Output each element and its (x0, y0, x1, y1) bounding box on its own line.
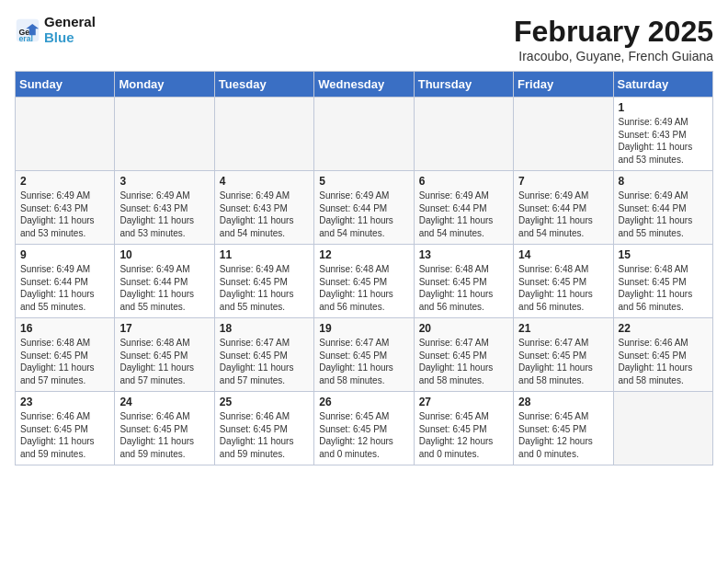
day-info: Sunrise: 6:48 AM Sunset: 6:45 PM Dayligh… (419, 263, 508, 313)
calendar-cell (16, 98, 115, 171)
day-info: Sunrise: 6:47 AM Sunset: 6:45 PM Dayligh… (518, 337, 608, 386)
day-number: 28 (518, 396, 608, 408)
col-header-tuesday: Tuesday (214, 72, 313, 98)
day-info: Sunrise: 6:49 AM Sunset: 6:43 PM Dayligh… (20, 190, 109, 239)
calendar-cell: 27Sunrise: 6:45 AM Sunset: 6:45 PM Dayli… (414, 392, 513, 465)
day-info: Sunrise: 6:49 AM Sunset: 6:43 PM Dayligh… (119, 190, 209, 239)
day-number: 11 (220, 248, 309, 261)
day-info: Sunrise: 6:48 AM Sunset: 6:45 PM Dayligh… (518, 263, 608, 313)
day-info: Sunrise: 6:46 AM Sunset: 6:45 PM Dayligh… (20, 410, 109, 460)
day-number: 19 (319, 322, 408, 335)
logo: Gen eral General Blue (15, 15, 96, 45)
calendar-week-row: 16Sunrise: 6:48 AM Sunset: 6:45 PM Dayli… (16, 318, 713, 392)
day-info: Sunrise: 6:49 AM Sunset: 6:44 PM Dayligh… (319, 190, 408, 239)
day-number: 2 (20, 175, 109, 188)
calendar-cell: 5Sunrise: 6:49 AM Sunset: 6:44 PM Daylig… (314, 171, 414, 245)
calendar-cell (514, 98, 613, 171)
calendar-table: SundayMondayTuesdayWednesdayThursdayFrid… (15, 71, 713, 465)
calendar-week-row: 9Sunrise: 6:49 AM Sunset: 6:44 PM Daylig… (16, 245, 713, 318)
calendar-cell: 14Sunrise: 6:48 AM Sunset: 6:45 PM Dayli… (514, 245, 613, 318)
day-number: 25 (220, 396, 309, 408)
day-number: 16 (20, 322, 109, 335)
month-title: February 2025 (514, 15, 713, 49)
day-info: Sunrise: 6:49 AM Sunset: 6:44 PM Dayligh… (619, 190, 708, 239)
calendar-cell: 12Sunrise: 6:48 AM Sunset: 6:45 PM Dayli… (314, 245, 414, 318)
col-header-wednesday: Wednesday (314, 72, 414, 98)
calendar-cell: 9Sunrise: 6:49 AM Sunset: 6:44 PM Daylig… (16, 245, 115, 318)
day-number: 24 (119, 396, 209, 408)
day-info: Sunrise: 6:47 AM Sunset: 6:45 PM Dayligh… (419, 337, 508, 386)
page-header: Gen eral General Blue February 2025 Irac… (15, 15, 713, 63)
day-number: 21 (518, 322, 608, 335)
day-number: 17 (119, 322, 209, 335)
day-info: Sunrise: 6:46 AM Sunset: 6:45 PM Dayligh… (619, 337, 708, 386)
day-info: Sunrise: 6:48 AM Sunset: 6:45 PM Dayligh… (20, 337, 109, 386)
calendar-cell (613, 392, 712, 465)
day-info: Sunrise: 6:46 AM Sunset: 6:45 PM Dayligh… (119, 410, 209, 460)
calendar-cell: 6Sunrise: 6:49 AM Sunset: 6:44 PM Daylig… (414, 171, 513, 245)
day-info: Sunrise: 6:49 AM Sunset: 6:44 PM Dayligh… (518, 190, 608, 239)
day-info: Sunrise: 6:45 AM Sunset: 6:45 PM Dayligh… (518, 410, 608, 460)
day-number: 22 (619, 322, 708, 335)
calendar-cell: 3Sunrise: 6:49 AM Sunset: 6:43 PM Daylig… (115, 171, 214, 245)
day-info: Sunrise: 6:49 AM Sunset: 6:44 PM Dayligh… (20, 263, 109, 313)
day-number: 3 (119, 175, 209, 188)
title-block: February 2025 Iracoubo, Guyane, French G… (514, 15, 713, 63)
calendar-cell: 28Sunrise: 6:45 AM Sunset: 6:45 PM Dayli… (514, 392, 613, 465)
day-info: Sunrise: 6:49 AM Sunset: 6:45 PM Dayligh… (220, 263, 309, 313)
day-number: 5 (319, 175, 408, 188)
calendar-cell: 19Sunrise: 6:47 AM Sunset: 6:45 PM Dayli… (314, 318, 414, 392)
calendar-cell: 4Sunrise: 6:49 AM Sunset: 6:43 PM Daylig… (214, 171, 313, 245)
day-number: 13 (419, 248, 508, 261)
calendar-cell: 26Sunrise: 6:45 AM Sunset: 6:45 PM Dayli… (314, 392, 414, 465)
day-info: Sunrise: 6:49 AM Sunset: 6:44 PM Dayligh… (419, 190, 508, 239)
day-number: 10 (119, 248, 209, 261)
col-header-monday: Monday (115, 72, 214, 98)
day-info: Sunrise: 6:49 AM Sunset: 6:44 PM Dayligh… (119, 263, 209, 313)
day-info: Sunrise: 6:47 AM Sunset: 6:45 PM Dayligh… (319, 337, 408, 386)
col-header-saturday: Saturday (613, 72, 712, 98)
day-info: Sunrise: 6:48 AM Sunset: 6:45 PM Dayligh… (119, 337, 209, 386)
calendar-cell: 25Sunrise: 6:46 AM Sunset: 6:45 PM Dayli… (214, 392, 313, 465)
calendar-cell: 11Sunrise: 6:49 AM Sunset: 6:45 PM Dayli… (214, 245, 313, 318)
day-number: 15 (619, 248, 708, 261)
day-number: 7 (518, 175, 608, 188)
calendar-header-row: SundayMondayTuesdayWednesdayThursdayFrid… (16, 72, 713, 98)
calendar-cell: 2Sunrise: 6:49 AM Sunset: 6:43 PM Daylig… (16, 171, 115, 245)
day-number: 20 (419, 322, 508, 335)
logo-blue: Blue (44, 30, 96, 46)
day-info: Sunrise: 6:45 AM Sunset: 6:45 PM Dayligh… (319, 410, 408, 460)
location: Iracoubo, Guyane, French Guiana (514, 49, 713, 63)
calendar-cell: 8Sunrise: 6:49 AM Sunset: 6:44 PM Daylig… (613, 171, 712, 245)
day-number: 18 (220, 322, 309, 335)
day-number: 23 (20, 396, 109, 408)
day-number: 6 (419, 175, 508, 188)
logo-icon: Gen eral (15, 17, 40, 43)
calendar-cell: 18Sunrise: 6:47 AM Sunset: 6:45 PM Dayli… (214, 318, 313, 392)
calendar-week-row: 23Sunrise: 6:46 AM Sunset: 6:45 PM Dayli… (16, 392, 713, 465)
day-info: Sunrise: 6:48 AM Sunset: 6:45 PM Dayligh… (619, 263, 708, 313)
calendar-cell (414, 98, 513, 171)
calendar-cell: 10Sunrise: 6:49 AM Sunset: 6:44 PM Dayli… (115, 245, 214, 318)
calendar-cell: 13Sunrise: 6:48 AM Sunset: 6:45 PM Dayli… (414, 245, 513, 318)
col-header-sunday: Sunday (16, 72, 115, 98)
calendar-cell: 23Sunrise: 6:46 AM Sunset: 6:45 PM Dayli… (16, 392, 115, 465)
calendar-cell: 7Sunrise: 6:49 AM Sunset: 6:44 PM Daylig… (514, 171, 613, 245)
day-number: 1 (619, 101, 708, 114)
day-number: 8 (619, 175, 708, 188)
calendar-cell (314, 98, 414, 171)
calendar-cell: 16Sunrise: 6:48 AM Sunset: 6:45 PM Dayli… (16, 318, 115, 392)
day-info: Sunrise: 6:49 AM Sunset: 6:43 PM Dayligh… (619, 116, 708, 166)
calendar-cell (115, 98, 214, 171)
calendar-cell: 20Sunrise: 6:47 AM Sunset: 6:45 PM Dayli… (414, 318, 513, 392)
day-info: Sunrise: 6:46 AM Sunset: 6:45 PM Dayligh… (220, 410, 309, 460)
day-number: 9 (20, 248, 109, 261)
calendar-cell (214, 98, 313, 171)
day-info: Sunrise: 6:45 AM Sunset: 6:45 PM Dayligh… (419, 410, 508, 460)
day-info: Sunrise: 6:49 AM Sunset: 6:43 PM Dayligh… (220, 190, 309, 239)
svg-text:eral: eral (18, 34, 33, 43)
calendar-cell: 21Sunrise: 6:47 AM Sunset: 6:45 PM Dayli… (514, 318, 613, 392)
calendar-cell: 1Sunrise: 6:49 AM Sunset: 6:43 PM Daylig… (613, 98, 712, 171)
day-number: 4 (220, 175, 309, 188)
calendar-cell: 22Sunrise: 6:46 AM Sunset: 6:45 PM Dayli… (613, 318, 712, 392)
